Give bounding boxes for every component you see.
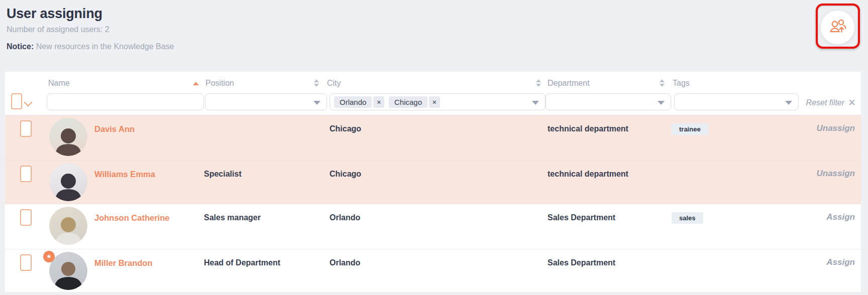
select-all-checkbox[interactable] [11, 93, 22, 109]
row-checkbox[interactable] [20, 166, 32, 182]
name-filter-input[interactable] [47, 93, 204, 110]
column-header-name[interactable]: Name [48, 79, 70, 88]
chip-remove-icon[interactable]: × [429, 96, 440, 108]
position-cell: Specialist [204, 170, 242, 179]
assigned-users-count: Number of assigned users: 2 [7, 25, 174, 34]
column-header-tags: Tags [673, 79, 690, 88]
page-header: User assigning Number of assigned users:… [7, 6, 174, 51]
unassign-button[interactable]: Unassign [816, 123, 855, 133]
position-cell: Sales manager [204, 213, 261, 222]
department-cell: technical department [548, 170, 628, 179]
tag-badge: sales [672, 212, 703, 224]
chip-remove-icon[interactable]: × [373, 96, 384, 108]
city-chip-label: Orlando [334, 96, 372, 108]
user-name-link[interactable]: Williams Emma [94, 170, 155, 179]
chevron-down-icon [658, 101, 665, 105]
select-all-chevron-down-icon[interactable] [24, 98, 33, 107]
column-header-position[interactable]: Position [205, 79, 234, 88]
assign-users-button[interactable] [821, 11, 854, 44]
column-header-department[interactable]: Department [548, 79, 590, 88]
assign-users-icon [829, 19, 847, 36]
table-row: Williams Emma Specialist Chicago technic… [5, 161, 861, 204]
reset-filter-label: Reset filter [806, 98, 844, 107]
department-cell: technical department [548, 124, 628, 133]
city-chip: Orlando × [334, 96, 384, 108]
unassign-button[interactable]: Unassign [816, 169, 855, 179]
position-cell: Head of Department [204, 258, 280, 267]
notice-label: Notice: [7, 42, 34, 51]
chevron-down-icon [313, 101, 320, 105]
row-checkbox[interactable] [20, 209, 32, 226]
reset-filter-button[interactable]: Reset filter ✕ [806, 97, 856, 108]
avatar [49, 163, 87, 201]
department-cell: Sales Department [548, 258, 615, 267]
sort-icon [314, 79, 319, 87]
city-chip-label: Chicago [389, 96, 427, 108]
user-name-link[interactable]: Miller Brandon [94, 258, 153, 268]
avatar [49, 207, 87, 245]
city-cell: Orlando [330, 213, 360, 222]
sort-icon [660, 79, 665, 87]
notice-text: New resources in the Knowledge Base [36, 42, 174, 51]
assign-button[interactable]: Assign [826, 212, 855, 222]
city-cell: Chicago [330, 170, 361, 179]
table-row: Johnson Catherine Sales manager Orlando … [5, 204, 861, 249]
sort-ascending-icon [193, 82, 199, 85]
chevron-down-icon [785, 101, 792, 105]
user-name-link[interactable]: Johnson Catherine [94, 213, 169, 223]
table-row: Davis Ann Chicago technical department t… [5, 115, 861, 161]
city-cell: Orlando [330, 258, 360, 267]
table-filter-row: Name Position City Department Tags Orlan… [5, 72, 861, 115]
city-chip: Chicago × [389, 96, 440, 108]
department-cell: Sales Department [548, 213, 615, 222]
tags-filter-select[interactable] [674, 93, 799, 110]
department-filter-select[interactable] [546, 93, 671, 110]
close-icon: ✕ [848, 97, 856, 108]
tag-badge: trainee [672, 123, 708, 135]
star-badge-icon: ★ [43, 251, 55, 262]
table-row: ★ Miller Brandon Head of Department Orla… [5, 249, 861, 292]
page-title: User assigning [7, 6, 174, 22]
assign-button[interactable]: Assign [826, 257, 855, 267]
user-name-link[interactable]: Davis Ann [94, 124, 135, 134]
notice: Notice: New resources in the Knowledge B… [7, 42, 174, 51]
sort-icon [536, 79, 541, 87]
column-header-city[interactable]: City [327, 79, 341, 88]
avatar [49, 118, 87, 156]
users-table: Name Position City Department Tags Orlan… [5, 72, 861, 292]
avatar [49, 252, 87, 290]
row-checkbox[interactable] [20, 120, 32, 137]
chevron-down-icon [532, 101, 539, 105]
position-filter-select[interactable] [205, 93, 327, 110]
row-checkbox[interactable] [20, 254, 32, 271]
city-filter-select[interactable]: Orlando × Chicago × [330, 93, 546, 110]
city-cell: Chicago [330, 124, 361, 133]
